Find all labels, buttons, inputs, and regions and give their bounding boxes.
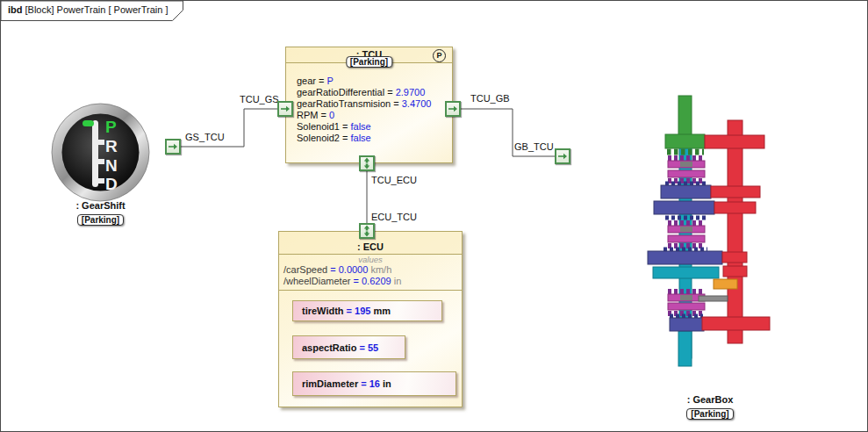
arrow-right-icon xyxy=(168,142,178,151)
port-label-gb-tcu: GB_TCU xyxy=(514,141,554,152)
diagram-canvas: ibd[Block] PowerTrain [ PowerTrain ] xyxy=(0,0,868,432)
port-tcu-gb[interactable] xyxy=(445,101,461,117)
arrow-right-icon xyxy=(448,104,458,113)
arrow-right-icon xyxy=(557,152,568,161)
port-tcu-ecu[interactable] xyxy=(359,155,375,171)
gearshift-state-badge: [Parking] xyxy=(77,214,124,226)
port-gb-tcu[interactable] xyxy=(555,148,570,164)
port-label-tcu-ecu: TCU_ECU xyxy=(371,175,417,185)
gearshift-name: : GearShift xyxy=(32,200,169,211)
gearbox-caption: : GearBox [Parking] xyxy=(644,394,776,421)
port-ecu-tcu[interactable] xyxy=(359,223,375,239)
arrow-updown-icon xyxy=(362,225,371,237)
gearshift-caption: : GearShift [Parking] xyxy=(32,200,169,227)
port-label-tcu-gs: TCU_GS xyxy=(240,94,279,104)
port-label-tcu-gb: TCU_GB xyxy=(470,93,510,104)
gearbox-state-badge: [Parking] xyxy=(686,408,733,420)
port-label-ecu-tcu: ECU_TCU xyxy=(371,212,417,222)
arrow-updown-icon xyxy=(362,157,371,169)
tcu-state-badge: [Parking] xyxy=(346,56,392,68)
gearbox-name: : GearBox xyxy=(644,394,776,405)
port-tcu-gs[interactable] xyxy=(277,101,293,117)
port-gs-tcu[interactable] xyxy=(165,139,181,155)
port-label-gs-tcu: GS_TCU xyxy=(185,132,225,142)
arrow-right-icon xyxy=(280,104,291,113)
